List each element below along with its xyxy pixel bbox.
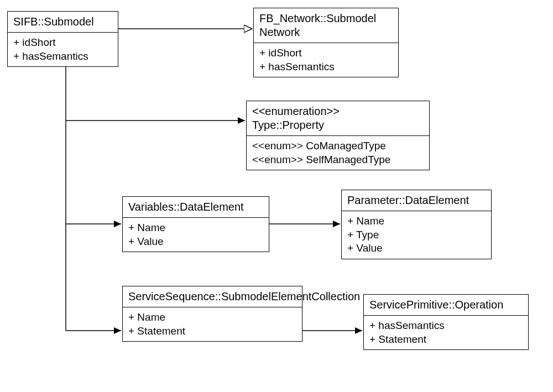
class-title: FB_Network::Submodel Network: [254, 8, 398, 43]
class-title: ServiceSequence::SubmodelElementCollecti…: [123, 286, 302, 307]
attribute: + hasSemantics: [369, 319, 523, 333]
class-title: Variables::DataElement: [123, 197, 269, 218]
class-variables-dataelement: Variables::DataElement + Name + Value: [122, 196, 269, 252]
class-fbnetwork-submodel: FB_Network::Submodel Network + idShort +…: [253, 8, 399, 77]
class-serviceprimitive: ServicePrimitive::Operation + hasSemanti…: [363, 294, 529, 350]
attribute: <<enum>> CoManagedType: [252, 139, 424, 153]
attribute: + hasSemantics: [13, 50, 112, 64]
class-attributes: + Name + Value: [123, 218, 269, 252]
class-attributes: + hasSemantics + Statement: [364, 316, 528, 349]
class-servicesequence: ServiceSequence::SubmodelElementCollecti…: [122, 286, 302, 342]
class-attributes: + idShort + hasSemantics: [8, 33, 118, 66]
class-attributes: <<enum>> CoManagedType <<enum>> SelfMana…: [247, 136, 429, 170]
class-title: ServicePrimitive::Operation: [364, 295, 528, 316]
attribute: + idShort: [259, 46, 393, 60]
class-title: Parameter::DataElement: [342, 190, 491, 211]
attribute: + Value: [347, 242, 486, 255]
attribute: + Type: [347, 228, 486, 242]
attribute: + Statement: [369, 333, 523, 347]
class-attributes: + Name + Statement: [123, 307, 302, 341]
stereotype: <<enumeration>>: [252, 104, 424, 118]
class-type-property: <<enumeration>> Type::Property <<enum>> …: [246, 101, 430, 170]
attribute: + Name: [347, 215, 486, 228]
attribute: + hasSemantics: [259, 60, 393, 74]
attribute: + idShort: [13, 36, 112, 50]
attribute: + Statement: [128, 325, 296, 338]
class-title: <<enumeration>> Type::Property: [247, 101, 429, 136]
class-title: SIFB::Submodel: [8, 12, 118, 33]
attribute: + Name: [128, 221, 263, 235]
class-attributes: + Name + Type + Value: [342, 211, 491, 259]
class-attributes: + idShort + hasSemantics: [254, 43, 398, 77]
class-name: Type::Property: [252, 118, 424, 132]
class-parameter-dataelement: Parameter::DataElement + Name + Type + V…: [341, 190, 492, 259]
attribute: + Value: [128, 235, 263, 249]
attribute: + Name: [128, 311, 296, 325]
attribute: <<enum>> SelfManagedType: [252, 153, 424, 167]
class-sifb-submodel: SIFB::Submodel + idShort + hasSemantics: [7, 11, 118, 67]
